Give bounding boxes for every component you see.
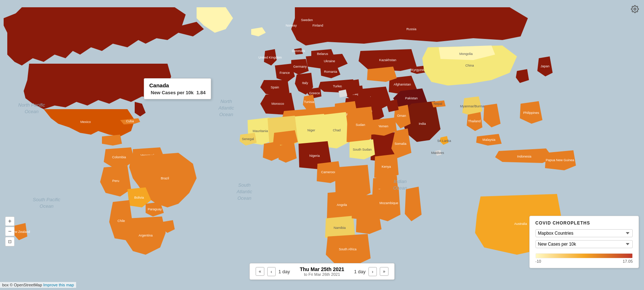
layer-select[interactable]: Mapbox Countries [536,229,633,237]
skip-back-button[interactable]: « [256,267,265,276]
improve-map-link[interactable]: Improve this map [43,283,74,287]
zoom-controls: + − ⊡ [5,216,15,246]
svg-point-69 [634,8,636,10]
zoom-out-button[interactable]: − [5,227,15,236]
attribution: box © OpenStreetMap Improve this map [0,282,76,288]
sub-date: to Fri Mar 26th 2021 [293,272,351,277]
next-button[interactable]: › [368,267,376,276]
legend-labels: -10 17.05 [536,259,633,263]
legend-gradient [536,253,633,258]
settings-icon[interactable] [631,5,639,13]
legend-title: COVID CHOROPLETHS [536,221,633,226]
skip-forward-button[interactable]: » [380,267,389,276]
zoom-reset-button[interactable]: ⊡ [5,237,15,246]
time-display: Thu Mar 25th 2021 to Fri Mar 26th 2021 [293,266,351,277]
map-container[interactable]: Mexico Cuba Colombia Venezuela Peru Braz… [0,0,644,290]
main-date: Thu Mar 25th 2021 [293,266,351,272]
country-tooltip: Canada New Cases per 10k 1.84 [144,78,211,99]
tooltip-country: Canada [149,82,206,88]
zoom-in-button[interactable]: + [5,216,15,226]
step-back-label: 1 day [278,269,290,274]
legend-max: 17.05 [623,259,633,263]
tooltip-metric-value: 1.84 [196,90,205,95]
attribution-text: box © OpenStreetMap [2,283,42,287]
legend-min: -10 [536,259,541,263]
step-forward-label: 1 day [354,269,366,274]
prev-button[interactable]: ‹ [267,267,275,276]
tooltip-metric: New Cases per 10k 1.84 [149,90,206,95]
legend-panel: COVID CHOROPLETHS Mapbox Countries New C… [529,216,639,268]
metric-select[interactable]: New Cases per 10k [536,240,633,248]
tooltip-metric-label: New Cases per 10k [151,90,194,95]
time-navigation: « ‹ 1 day Thu Mar 25th 2021 to Fri Mar 2… [249,263,395,280]
